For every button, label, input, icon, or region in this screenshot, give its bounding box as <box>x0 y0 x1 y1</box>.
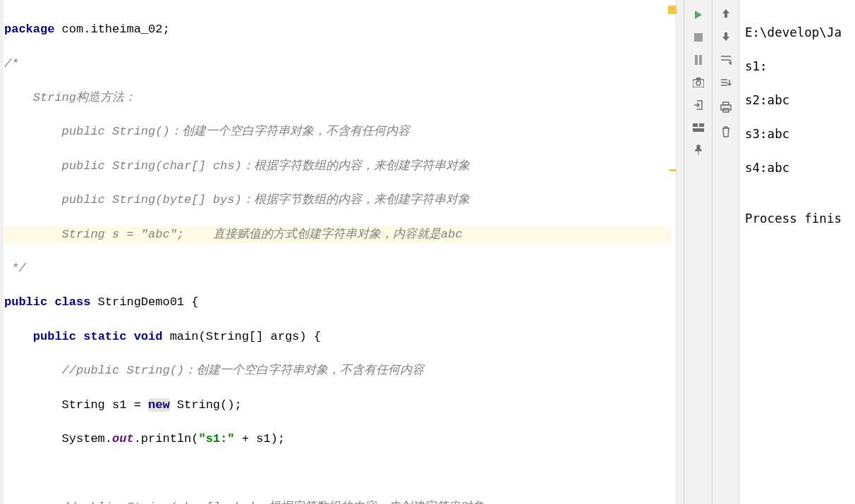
svg-rect-1 <box>694 33 703 42</box>
print-icon[interactable] <box>720 102 732 116</box>
console-line: s1: <box>745 58 849 75</box>
code-line: public String()：创建一个空白字符串对象，不含有任何内容 <box>4 123 671 140</box>
code-line-highlighted: String s = "abc"; 直接赋值的方式创建字符串对象，内容就是abc <box>4 226 671 243</box>
code-line: //public String()：创建一个空白字符串对象，不含有任何内容 <box>4 362 671 379</box>
code-line: String s1 = new String(); <box>4 397 671 414</box>
console-line: E:\develop\Ja <box>745 24 849 41</box>
console-toolbar <box>712 0 739 504</box>
code-line: */ <box>4 260 671 277</box>
console-line: Process finis <box>745 210 849 227</box>
console-output[interactable]: E:\develop\Ja s1: s2:abc s3:abc s4:abc P… <box>739 0 855 504</box>
code-line: System.out.println("s1:" + s1); <box>4 431 671 448</box>
camera-icon[interactable] <box>692 76 705 89</box>
up-arrow-icon[interactable] <box>722 8 730 22</box>
code-line: public static void main(String[] args) { <box>4 328 671 345</box>
code-line: package com.itheima_02; <box>4 21 671 38</box>
editor-gutter <box>0 0 4 504</box>
layout-icon[interactable] <box>692 121 705 134</box>
scroll-icon[interactable] <box>720 78 732 92</box>
code-line: public class StringDemo01 { <box>4 294 671 311</box>
console-line: s4:abc <box>745 159 849 176</box>
wrap-icon[interactable] <box>720 55 732 68</box>
svg-point-5 <box>696 81 701 85</box>
svg-rect-11 <box>721 105 731 110</box>
stop-icon[interactable] <box>692 31 705 44</box>
pin-icon[interactable] <box>692 144 705 156</box>
editor-pane: package com.itheima_02; /* String构造方法： p… <box>0 0 684 504</box>
svg-rect-7 <box>693 123 698 127</box>
run-toolbar <box>684 0 712 504</box>
svg-marker-0 <box>695 11 702 19</box>
pause-icon[interactable] <box>692 54 705 66</box>
exit-icon[interactable] <box>692 99 705 111</box>
console-line: s3:abc <box>745 125 849 142</box>
svg-rect-2 <box>695 55 698 65</box>
console-line: s2:abc <box>745 92 849 109</box>
run-icon[interactable] <box>692 8 705 21</box>
svg-rect-3 <box>699 55 702 65</box>
svg-rect-9 <box>693 128 704 132</box>
code-area[interactable]: package com.itheima_02; /* String构造方法： p… <box>4 4 671 504</box>
editor-scrollbar[interactable] <box>675 0 684 504</box>
trash-icon[interactable] <box>721 126 731 141</box>
svg-rect-8 <box>699 123 704 127</box>
code-line: public String(char[] chs)：根据字符数组的内容，来创建字… <box>4 158 671 175</box>
code-line: //public String(char[] chs)：根据字符数组的内容，来创… <box>4 499 671 504</box>
code-line <box>4 465 671 481</box>
code-line: /* <box>4 56 671 73</box>
code-line: public String(byte[] bys)：根据字节数组的内容，来创建字… <box>4 192 671 209</box>
svg-rect-6 <box>696 78 701 80</box>
down-arrow-icon[interactable] <box>722 32 730 45</box>
code-line: String构造方法： <box>4 90 671 106</box>
